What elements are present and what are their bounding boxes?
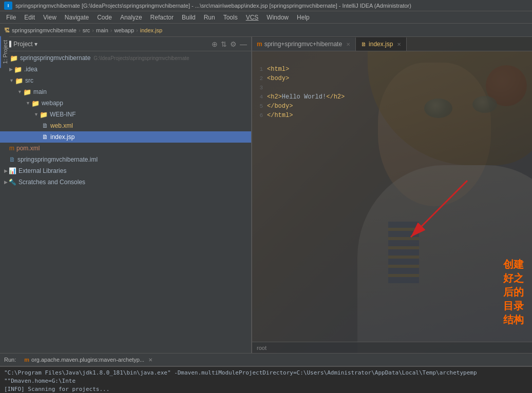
breadcrumb-file[interactable]: index.jsp	[140, 27, 162, 33]
src-folder-icon: 📁	[15, 77, 23, 85]
editor-area: m spring+springmvc+hibernate ✕ 🗎 index.j…	[252, 37, 532, 353]
code-line-6: 6 </html>	[252, 111, 532, 120]
main-label: main	[33, 88, 47, 95]
tree-idea[interactable]: ▶ 📁 .idea	[0, 64, 251, 75]
menu-edit[interactable]: Edit	[20, 13, 39, 22]
src-label: src	[25, 77, 33, 84]
project-label: ⬜ Project ▾	[4, 41, 212, 48]
console-line-1: "C:\Program Files\Java\jdk1.8.0_181\bin\…	[4, 369, 528, 385]
idea-folder-icon: 📁	[14, 66, 22, 73]
tree-root[interactable]: ▼ 📁 springspringmvchibernate G:\IdeaProj…	[0, 52, 251, 64]
code-line-5: 5 </body>	[252, 102, 532, 111]
tree-webxml[interactable]: 🗎 web.xml	[0, 120, 251, 131]
root-label: springspringmvchibernate	[20, 54, 90, 62]
editor-content[interactable]: 1 <html> 2 <body> 3 4 <h2>Hello World!</…	[252, 51, 532, 342]
menu-run[interactable]: Run	[200, 13, 219, 22]
app-icon: I	[4, 2, 12, 10]
editor-sidebar-divider	[252, 37, 252, 353]
title-bar: I springspringmvchibernate [G:\IdeaProje…	[0, 0, 532, 11]
tab-indexjsp-close[interactable]: ✕	[397, 42, 401, 47]
tree-src[interactable]: ▼ 📁 src	[0, 75, 251, 86]
menu-analyze[interactable]: Analyze	[116, 13, 146, 22]
console-output: "C:\Program Files\Java\jdk1.8.0_181\bin\…	[0, 366, 532, 393]
sidebar-toolbar: ⬜ Project ▾ ⊕ ⇅ ⚙ —	[0, 37, 251, 51]
tree-main[interactable]: ▼ 📁 main	[0, 86, 251, 97]
iml-label: springspringmvchibernate.iml	[17, 156, 98, 163]
breadcrumb-src[interactable]: src	[83, 27, 90, 33]
webapp-arrow: ▼	[26, 101, 30, 106]
menu-code[interactable]: Code	[93, 13, 116, 22]
pomxml-icon: m	[9, 145, 14, 152]
breadcrumb-project[interactable]: springspringmvchibernate	[12, 27, 77, 33]
tree-external-libs[interactable]: ▶ 📊 External Libraries	[0, 165, 251, 176]
webxml-icon: 🗎	[42, 122, 48, 129]
editor-status-bar: root	[252, 342, 532, 353]
run-tab-close[interactable]: ✕	[148, 357, 153, 363]
tab-spring-icon: m	[257, 41, 262, 48]
tab-spring-close[interactable]: ✕	[346, 42, 350, 47]
pomxml-label: pom.xml	[16, 145, 40, 152]
run-label: Run:	[4, 357, 16, 363]
tree-webapp[interactable]: ▼ 📁 webapp	[0, 97, 251, 109]
sidebar-toolbar-icons: ⊕ ⇅ ⚙ —	[212, 40, 247, 48]
menu-window[interactable]: Window	[262, 13, 293, 22]
run-tab[interactable]: m org.apache.maven.plugins:maven-archety…	[20, 353, 157, 366]
indexjsp-icon: 🗎	[42, 133, 48, 141]
scratches-arrow: ▶	[4, 180, 8, 185]
code-line-4: 4 <h2>Hello World!</h2>	[252, 92, 532, 102]
tree-pomxml[interactable]: m pom.xml	[0, 143, 251, 154]
tree-iml[interactable]: 🗎 springspringmvchibernate.iml	[0, 154, 251, 165]
iml-icon: 🗎	[9, 156, 15, 163]
menu-tools[interactable]: Tools	[219, 13, 242, 22]
root-path: G:\IdeaProjects\springspringmvchibernate	[93, 55, 189, 61]
tab-spring-label: spring+springmvc+hibernate	[264, 41, 342, 48]
menu-file[interactable]: File	[2, 13, 20, 22]
tab-spring[interactable]: m spring+springmvc+hibernate ✕	[252, 37, 356, 51]
run-bar: Run: m org.apache.maven.plugins:maven-ar…	[0, 353, 532, 366]
sort-icon[interactable]: ⇅	[221, 40, 227, 48]
webinf-arrow: ▼	[34, 112, 39, 117]
webinf-folder-icon: 📁	[40, 111, 48, 119]
menu-build[interactable]: Build	[178, 13, 200, 22]
scratches-icon: 🔦	[9, 179, 16, 186]
menu-navigate[interactable]: Navigate	[61, 13, 93, 22]
tab-indexjsp[interactable]: 🗎 index.jsp ✕	[356, 37, 407, 51]
breadcrumb-main[interactable]: main	[96, 27, 108, 33]
main-folder-icon: 📁	[23, 88, 31, 96]
menu-vcs[interactable]: VCS	[242, 13, 263, 22]
collapse-icon[interactable]: —	[240, 40, 247, 48]
menu-refactor[interactable]: Refactor	[146, 13, 178, 22]
console-text-1: "C:\Program Files\Java\jdk1.8.0_181\bin\…	[4, 369, 477, 384]
project-vertical-tab[interactable]: 1: Project	[0, 36, 9, 68]
webapp-label: webapp	[42, 100, 63, 107]
extlibs-icon: 📊	[9, 167, 16, 174]
breadcrumb-webapp[interactable]: webapp	[114, 27, 134, 33]
tree-webinf[interactable]: ▼ 📁 WEB-INF	[0, 109, 251, 120]
main-layout: ⬜ Project ▾ ⊕ ⇅ ⚙ — ▼ 📁 springspringmvch…	[0, 37, 532, 353]
root-icon: 📁	[10, 54, 18, 62]
add-icon[interactable]: ⊕	[212, 40, 218, 48]
webapp-folder-icon: 📁	[31, 100, 40, 107]
code-line-3: 3	[252, 83, 532, 92]
extlibs-arrow: ▶	[4, 168, 8, 173]
indexjsp-label: index.jsp	[50, 133, 74, 141]
tab-indexjsp-label: index.jsp	[369, 41, 393, 48]
idea-arrow: ▶	[9, 67, 13, 72]
extlibs-label: External Libraries	[18, 167, 66, 174]
src-arrow: ▼	[9, 78, 14, 83]
settings-icon[interactable]: ⚙	[230, 40, 237, 48]
status-root-label: root	[257, 345, 267, 351]
breadcrumb-icon: 🏗	[4, 27, 10, 33]
menu-view[interactable]: View	[39, 13, 61, 22]
project-sidebar: ⬜ Project ▾ ⊕ ⇅ ⚙ — ▼ 📁 springspringmvch…	[0, 37, 252, 353]
menu-help[interactable]: Help	[293, 13, 314, 22]
idea-label: .idea	[24, 66, 37, 73]
tree-indexjsp[interactable]: 🗎 index.jsp	[0, 131, 251, 143]
console-text-2: [INFO] Scanning for projects...	[4, 386, 109, 392]
main-arrow: ▼	[17, 89, 22, 94]
webxml-label: web.xml	[50, 122, 73, 129]
tree-scratches[interactable]: ▶ 🔦 Scratches and Consoles	[0, 176, 251, 188]
breadcrumb-bar: 🏗 springspringmvchibernate › src › main …	[0, 24, 532, 37]
title-text: springspringmvchibernate [G:\IdeaProject…	[15, 3, 411, 9]
webinf-label: WEB-INF	[50, 111, 76, 118]
